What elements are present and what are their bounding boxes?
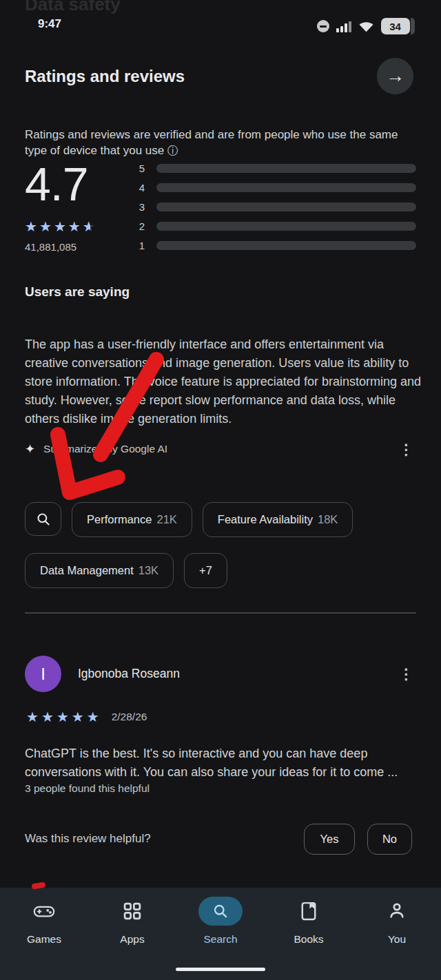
search-reviews-button[interactable] xyxy=(25,502,61,536)
chip-more-filters[interactable]: +7 xyxy=(184,553,227,588)
page-title: Ratings and reviews xyxy=(25,67,185,86)
play-store-screen: Data safety 9:47 34 Ratings and reviews … xyxy=(0,0,441,980)
summary-overflow-menu-icon[interactable]: ⋮ xyxy=(399,442,413,457)
reviewer-name: Igbonoba Roseann xyxy=(78,667,180,681)
rating-summary: 4.7 41,881,085 5 4 3 2 xyxy=(25,160,416,260)
ghost-previous-header: Data safety xyxy=(25,0,121,15)
star-icon xyxy=(87,709,102,725)
average-rating: 4.7 xyxy=(25,160,136,207)
average-stars xyxy=(25,218,136,235)
reviewer-avatar: I xyxy=(25,656,61,692)
total-review-count: 41,881,085 xyxy=(25,241,136,253)
apps-icon xyxy=(110,897,154,926)
star-icon xyxy=(68,218,83,235)
ai-attribution-row: ✦ Summarized by Google AI ⋮ xyxy=(25,441,413,457)
nav-item-you[interactable]: You xyxy=(353,888,441,980)
review-rating-row: 2/28/26 xyxy=(26,709,147,725)
star-icon xyxy=(41,709,57,725)
histogram-row-1: 1 xyxy=(136,241,416,250)
nav-item-search[interactable]: Search xyxy=(176,888,265,980)
star-icon xyxy=(57,709,72,725)
sparkle-icon: ✦ xyxy=(25,441,35,457)
games-icon xyxy=(22,897,66,926)
nav-item-games[interactable]: Games xyxy=(0,888,88,980)
helpful-no-button[interactable]: No xyxy=(367,824,412,855)
chip-feature-availability[interactable]: Feature Availability 18K xyxy=(203,502,353,537)
rating-score-block: 4.7 41,881,085 xyxy=(25,160,136,260)
arrow-right-icon: → xyxy=(386,65,404,87)
wifi-icon xyxy=(358,20,374,32)
cell-signal-icon xyxy=(336,21,351,32)
star-icon xyxy=(72,709,87,725)
helpful-count: 3 people found this helpful xyxy=(25,782,150,795)
star-icon xyxy=(54,218,68,235)
section-divider xyxy=(25,612,416,614)
info-icon[interactable]: ⓘ xyxy=(167,145,178,156)
filter-chips-row-2: Data Management 13K +7 xyxy=(25,553,227,588)
books-icon xyxy=(287,897,331,926)
users-are-saying-title: Users are saying xyxy=(25,284,130,300)
nav-item-apps[interactable]: Apps xyxy=(88,888,176,980)
helpful-prompt: Was this review helpful? xyxy=(25,832,151,846)
status-icons: 34 xyxy=(317,17,415,35)
helpful-yes-button[interactable]: Yes xyxy=(304,824,355,855)
battery-icon: 34 xyxy=(381,18,416,34)
rating-histogram: 5 4 3 2 1 xyxy=(136,160,416,260)
nav-item-books[interactable]: Books xyxy=(265,888,353,980)
star-icon xyxy=(26,709,41,725)
status-time: 9:47 xyxy=(38,17,61,31)
chip-data-management[interactable]: Data Management 13K xyxy=(25,553,174,588)
ai-summary-text: The app has a user-friendly interface an… xyxy=(25,335,424,428)
home-indicator[interactable] xyxy=(176,968,265,971)
bottom-navigation: Games Apps Search Books You xyxy=(0,888,441,980)
review-overflow-menu-icon[interactable]: ⋮ xyxy=(399,667,413,681)
star-icon xyxy=(39,218,54,235)
search-icon xyxy=(36,512,51,527)
review-date: 2/28/26 xyxy=(112,711,147,723)
review-text[interactable]: ChatGPT is the best. It's so interactive… xyxy=(25,744,424,782)
half-star-icon xyxy=(83,218,97,235)
histogram-row-5: 5 xyxy=(136,164,416,173)
ai-attribution: Summarized by Google AI xyxy=(43,443,167,455)
histogram-row-4: 4 xyxy=(136,183,416,192)
you-icon xyxy=(375,897,419,926)
search-icon xyxy=(198,897,243,926)
battery-level: 34 xyxy=(381,18,410,34)
chip-performance[interactable]: Performance 21K xyxy=(72,502,192,537)
see-more-reviews-button[interactable]: → xyxy=(377,58,413,94)
do-not-disturb-icon xyxy=(317,20,329,32)
review-stars xyxy=(26,709,102,725)
ratings-disclaimer: Ratings and reviews are verified and are… xyxy=(25,127,423,158)
star-icon xyxy=(25,218,39,235)
histogram-row-2: 2 xyxy=(136,222,416,231)
helpful-prompt-row: Was this review helpful? Yes No xyxy=(25,823,412,855)
review-header: I Igbonoba Roseann ⋮ xyxy=(25,656,413,692)
filter-chips-row-1: Performance 21K Feature Availability 18K xyxy=(25,502,353,537)
histogram-row-3: 3 xyxy=(136,202,416,211)
